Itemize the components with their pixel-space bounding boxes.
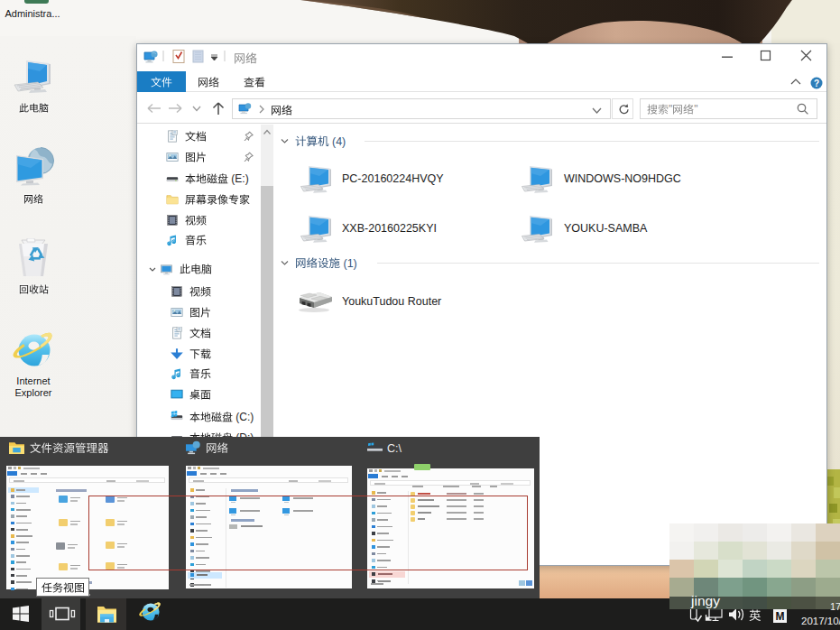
svg-text:?: ? — [814, 79, 819, 88]
